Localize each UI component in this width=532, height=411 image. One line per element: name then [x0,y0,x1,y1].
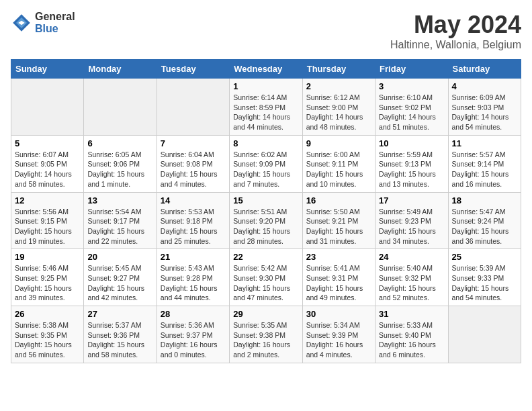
weekday-header-sunday: Sunday [11,60,84,79]
day-info: Sunrise: 6:07 AMSunset: 9:05 PMDaylight:… [15,150,80,189]
day-number: 29 [233,309,298,319]
day-number: 10 [379,138,444,148]
day-number: 22 [233,252,298,262]
day-number: 14 [161,195,226,205]
day-info: Sunrise: 5:53 AMSunset: 9:18 PMDaylight:… [161,207,226,246]
main-title: May 2024 [390,11,521,39]
calendar-body: 1Sunrise: 6:14 AMSunset: 8:59 PMDaylight… [11,79,521,363]
calendar-row-3: 19Sunrise: 5:46 AMSunset: 9:25 PMDayligh… [11,249,521,306]
calendar-cell: 19Sunrise: 5:46 AMSunset: 9:25 PMDayligh… [11,249,84,306]
calendar-cell: 2Sunrise: 6:12 AMSunset: 9:00 PMDaylight… [302,79,375,136]
day-info: Sunrise: 6:09 AMSunset: 9:03 PMDaylight:… [452,93,517,132]
day-info: Sunrise: 5:50 AMSunset: 9:21 PMDaylight:… [306,207,371,246]
day-info: Sunrise: 6:12 AMSunset: 9:00 PMDaylight:… [306,93,371,132]
weekday-header-row: SundayMondayTuesdayWednesdayThursdayFrid… [11,60,521,79]
day-info: Sunrise: 5:49 AMSunset: 9:23 PMDaylight:… [379,207,444,246]
day-info: Sunrise: 6:14 AMSunset: 8:59 PMDaylight:… [233,93,298,132]
calendar-cell: 29Sunrise: 5:35 AMSunset: 9:38 PMDayligh… [230,306,302,363]
day-number: 6 [87,138,152,148]
calendar-row-4: 26Sunrise: 5:38 AMSunset: 9:35 PMDayligh… [11,306,521,363]
calendar-cell: 28Sunrise: 5:36 AMSunset: 9:37 PMDayligh… [157,306,229,363]
day-number: 13 [87,195,152,205]
calendar-cell: 4Sunrise: 6:09 AMSunset: 9:03 PMDaylight… [448,79,521,136]
day-info: Sunrise: 5:46 AMSunset: 9:25 PMDaylight:… [15,263,80,303]
day-number: 5 [15,138,80,148]
day-number: 20 [87,252,152,262]
title-block: May 2024 Haltinne, Wallonia, Belgium [390,11,521,51]
day-info: Sunrise: 5:36 AMSunset: 9:37 PMDaylight:… [161,320,226,360]
day-number: 15 [233,195,298,205]
day-number: 7 [161,138,226,148]
calendar-cell: 25Sunrise: 5:39 AMSunset: 9:33 PMDayligh… [448,249,521,306]
day-info: Sunrise: 5:51 AMSunset: 9:20 PMDaylight:… [233,207,298,246]
day-info: Sunrise: 5:40 AMSunset: 9:32 PMDaylight:… [379,263,444,303]
calendar-cell: 10Sunrise: 5:59 AMSunset: 9:13 PMDayligh… [375,135,448,192]
day-info: Sunrise: 5:38 AMSunset: 9:35 PMDaylight:… [15,320,80,360]
day-info: Sunrise: 5:57 AMSunset: 9:14 PMDaylight:… [452,150,517,189]
calendar-cell: 20Sunrise: 5:45 AMSunset: 9:27 PMDayligh… [84,249,157,306]
day-number: 11 [452,138,517,148]
calendar-cell: 22Sunrise: 5:42 AMSunset: 9:30 PMDayligh… [230,249,302,306]
calendar-cell: 31Sunrise: 5:33 AMSunset: 9:40 PMDayligh… [375,306,448,363]
calendar-cell: 8Sunrise: 6:02 AMSunset: 9:09 PMDaylight… [230,135,302,192]
weekday-header-saturday: Saturday [448,60,521,79]
day-number: 17 [379,195,444,205]
day-info: Sunrise: 5:45 AMSunset: 9:27 PMDaylight:… [87,263,152,303]
calendar-cell [84,79,157,136]
calendar-cell: 23Sunrise: 5:41 AMSunset: 9:31 PMDayligh… [302,249,375,306]
calendar-cell: 11Sunrise: 5:57 AMSunset: 9:14 PMDayligh… [448,135,521,192]
calendar-cell: 14Sunrise: 5:53 AMSunset: 9:18 PMDayligh… [157,192,229,249]
calendar-cell: 15Sunrise: 5:51 AMSunset: 9:20 PMDayligh… [230,192,302,249]
logo-icon [11,12,32,34]
day-info: Sunrise: 6:10 AMSunset: 9:02 PMDaylight:… [379,93,444,132]
day-number: 2 [306,81,371,91]
calendar-cell: 26Sunrise: 5:38 AMSunset: 9:35 PMDayligh… [11,306,84,363]
weekday-header-thursday: Thursday [302,60,375,79]
calendar-cell [157,79,229,136]
calendar-cell [11,79,84,136]
day-info: Sunrise: 5:56 AMSunset: 9:15 PMDaylight:… [15,207,80,246]
day-number: 3 [379,81,444,91]
day-number: 16 [306,195,371,205]
calendar-cell: 12Sunrise: 5:56 AMSunset: 9:15 PMDayligh… [11,192,84,249]
day-info: Sunrise: 6:00 AMSunset: 9:11 PMDaylight:… [306,150,371,189]
weekday-header-wednesday: Wednesday [230,60,302,79]
day-info: Sunrise: 5:35 AMSunset: 9:38 PMDaylight:… [233,320,298,360]
day-number: 9 [306,138,371,148]
day-number: 18 [452,195,517,205]
day-info: Sunrise: 5:41 AMSunset: 9:31 PMDaylight:… [306,263,371,303]
calendar-cell: 1Sunrise: 6:14 AMSunset: 8:59 PMDaylight… [230,79,302,136]
calendar-cell: 30Sunrise: 5:34 AMSunset: 9:39 PMDayligh… [302,306,375,363]
day-info: Sunrise: 5:34 AMSunset: 9:39 PMDaylight:… [306,320,371,360]
calendar-cell: 6Sunrise: 6:05 AMSunset: 9:06 PMDaylight… [84,135,157,192]
day-info: Sunrise: 6:04 AMSunset: 9:08 PMDaylight:… [161,150,226,189]
day-number: 8 [233,138,298,148]
day-number: 30 [306,309,371,319]
day-number: 31 [379,309,444,319]
day-number: 4 [452,81,517,91]
calendar-cell: 7Sunrise: 6:04 AMSunset: 9:08 PMDaylight… [157,135,229,192]
day-info: Sunrise: 5:43 AMSunset: 9:28 PMDaylight:… [161,263,226,303]
weekday-header-friday: Friday [375,60,448,79]
logo-general: General [35,11,75,23]
logo-text: General Blue [35,11,75,34]
day-number: 19 [15,252,80,262]
day-info: Sunrise: 6:05 AMSunset: 9:06 PMDaylight:… [87,150,152,189]
day-info: Sunrise: 5:54 AMSunset: 9:17 PMDaylight:… [87,207,152,246]
day-number: 27 [87,309,152,319]
logo-blue: Blue [35,23,75,35]
day-number: 25 [452,252,517,262]
day-info: Sunrise: 6:02 AMSunset: 9:09 PMDaylight:… [233,150,298,189]
page-header: General Blue May 2024 Haltinne, Wallonia… [11,11,521,51]
calendar-row-0: 1Sunrise: 6:14 AMSunset: 8:59 PMDaylight… [11,79,521,136]
calendar-cell: 16Sunrise: 5:50 AMSunset: 9:21 PMDayligh… [302,192,375,249]
day-number: 12 [15,195,80,205]
calendar-cell: 3Sunrise: 6:10 AMSunset: 9:02 PMDaylight… [375,79,448,136]
day-info: Sunrise: 5:59 AMSunset: 9:13 PMDaylight:… [379,150,444,189]
day-number: 26 [15,309,80,319]
weekday-header-monday: Monday [84,60,157,79]
calendar-cell: 21Sunrise: 5:43 AMSunset: 9:28 PMDayligh… [157,249,229,306]
logo: General Blue [11,11,75,34]
calendar-cell: 13Sunrise: 5:54 AMSunset: 9:17 PMDayligh… [84,192,157,249]
day-info: Sunrise: 5:37 AMSunset: 9:36 PMDaylight:… [87,320,152,360]
